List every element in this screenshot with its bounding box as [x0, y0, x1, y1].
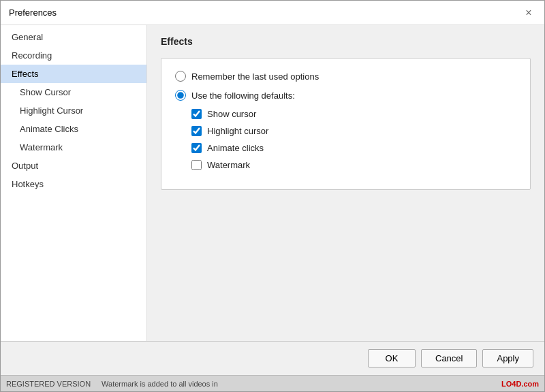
options-box: Remember the last used options Use the f… — [161, 58, 531, 190]
section-title: Effects — [161, 36, 531, 47]
close-button[interactable]: × — [521, 5, 536, 20]
sidebar-item-effects[interactable]: Effects — [1, 65, 146, 83]
checkbox-animate-clicks-row: Animate clicks — [191, 143, 516, 153]
checkbox-show-cursor-label[interactable]: Show cursor — [207, 109, 256, 119]
sidebar-item-show-cursor[interactable]: Show Cursor — [1, 83, 146, 101]
cancel-button[interactable]: Cancel — [421, 349, 477, 368]
bottom-bar: REGISTERED VERSION Watermark is added to… — [1, 375, 544, 391]
dialog-footer: OK Cancel Apply — [1, 341, 544, 375]
sidebar-item-animate-clicks[interactable]: Animate Clicks — [1, 120, 146, 138]
checkbox-show-cursor[interactable] — [191, 109, 202, 119]
radio-defaults-label[interactable]: Use the following defaults: — [191, 91, 295, 101]
checkbox-highlight-cursor-label[interactable]: Highlight cursor — [207, 126, 268, 136]
sidebar-item-recording[interactable]: Recording — [1, 46, 146, 65]
radio-remember[interactable] — [175, 71, 186, 82]
bottom-bar-right: Watermark is added to all videos in — [102, 380, 218, 388]
sidebar: General Recording Effects Show Cursor Hi… — [1, 25, 147, 341]
preferences-dialog: Preferences × General Recording Effects … — [0, 0, 545, 392]
radio-remember-label[interactable]: Remember the last used options — [191, 71, 319, 82]
sub-options: Show cursor Highlight cursor Animate cli… — [191, 109, 516, 170]
title-bar: Preferences × — [1, 1, 544, 25]
checkbox-watermark[interactable] — [191, 160, 202, 170]
sidebar-item-general[interactable]: General — [1, 28, 146, 46]
checkbox-animate-clicks-label[interactable]: Animate clicks — [207, 143, 264, 153]
checkbox-highlight-cursor-row: Highlight cursor — [191, 126, 516, 136]
checkbox-watermark-label[interactable]: Watermark — [207, 160, 250, 170]
bottom-bar-left: REGISTERED VERSION — [6, 380, 91, 388]
sidebar-item-output[interactable]: Output — [1, 157, 146, 175]
sidebar-item-hotkeys[interactable]: Hotkeys — [1, 175, 146, 193]
apply-button[interactable]: Apply — [482, 349, 533, 368]
ok-button[interactable]: OK — [368, 349, 416, 368]
sidebar-item-watermark[interactable]: Watermark — [1, 138, 146, 157]
radio-remember-row: Remember the last used options — [175, 71, 516, 82]
dialog-title: Preferences — [9, 7, 57, 18]
sidebar-item-highlight-cursor[interactable]: Highlight Cursor — [1, 101, 146, 120]
radio-defaults[interactable] — [175, 90, 186, 101]
lo4d-badge: LO4D.com — [501, 380, 539, 388]
checkbox-watermark-row: Watermark — [191, 160, 516, 170]
main-content: Effects Remember the last used options U… — [147, 25, 544, 341]
checkbox-highlight-cursor[interactable] — [191, 126, 202, 136]
lo4d-text: LO4D.com — [501, 380, 539, 388]
dialog-body: General Recording Effects Show Cursor Hi… — [1, 25, 544, 341]
checkbox-show-cursor-row: Show cursor — [191, 109, 516, 119]
checkbox-animate-clicks[interactable] — [191, 143, 202, 153]
radio-defaults-row: Use the following defaults: — [175, 90, 516, 101]
